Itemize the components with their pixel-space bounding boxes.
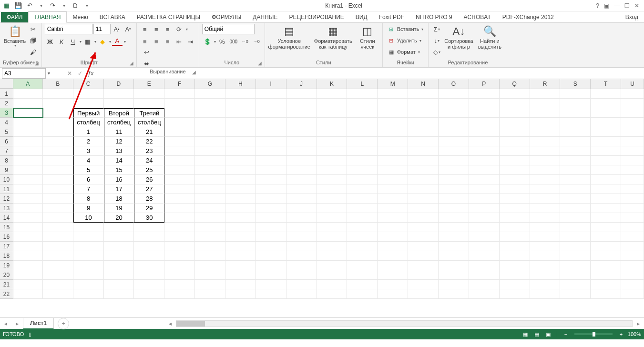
column-header[interactable]: G bbox=[195, 79, 225, 89]
cell[interactable] bbox=[317, 175, 348, 184]
cell[interactable]: 5 bbox=[73, 165, 104, 175]
cell[interactable] bbox=[530, 137, 561, 146]
cell[interactable] bbox=[256, 204, 286, 213]
cell[interactable] bbox=[195, 127, 225, 137]
cell[interactable] bbox=[621, 99, 644, 108]
cell[interactable] bbox=[134, 270, 164, 280]
cell[interactable] bbox=[408, 108, 439, 118]
cell[interactable] bbox=[560, 289, 591, 299]
font-size-select[interactable] bbox=[93, 24, 111, 34]
cell[interactable] bbox=[317, 118, 348, 127]
row-header[interactable]: 6 bbox=[0, 137, 13, 146]
cell[interactable] bbox=[530, 261, 561, 270]
cell[interactable] bbox=[439, 89, 469, 99]
cell[interactable] bbox=[256, 146, 286, 156]
cell[interactable] bbox=[500, 270, 530, 280]
enter-formula-button[interactable]: ✓ bbox=[75, 68, 85, 79]
font-color-dropdown[interactable]: ▾ bbox=[124, 40, 126, 44]
cell[interactable] bbox=[286, 194, 317, 204]
cell[interactable] bbox=[317, 184, 348, 194]
zoom-slider[interactable] bbox=[574, 333, 613, 335]
cell[interactable] bbox=[225, 261, 256, 270]
decrease-font-button[interactable]: A▾ bbox=[123, 24, 133, 34]
fill-color-dropdown[interactable]: ▾ bbox=[109, 40, 111, 44]
tab-review[interactable]: РЕЦЕНЗИРОВАНИЕ bbox=[283, 12, 349, 22]
cell[interactable] bbox=[560, 175, 591, 184]
increase-font-button[interactable]: A▴ bbox=[112, 24, 122, 34]
underline-dropdown[interactable]: ▾ bbox=[80, 40, 82, 44]
cell[interactable] bbox=[104, 280, 134, 289]
cell[interactable] bbox=[591, 137, 621, 146]
cell[interactable] bbox=[621, 251, 644, 261]
cell[interactable]: 27 bbox=[134, 184, 164, 194]
align-top-button[interactable]: ≡ bbox=[140, 24, 150, 34]
cell[interactable] bbox=[347, 213, 378, 223]
row-header[interactable]: 16 bbox=[0, 232, 13, 242]
cell[interactable] bbox=[347, 223, 378, 232]
cell[interactable] bbox=[408, 232, 439, 242]
cell[interactable] bbox=[164, 137, 195, 146]
cell[interactable] bbox=[164, 165, 195, 175]
cell[interactable] bbox=[530, 165, 561, 175]
cell[interactable] bbox=[469, 194, 500, 204]
undo-dropdown[interactable]: ▾ bbox=[36, 1, 46, 10]
cell[interactable]: 29 bbox=[134, 204, 164, 213]
cell[interactable] bbox=[347, 89, 378, 99]
tab-home[interactable]: ГЛАВНАЯ bbox=[28, 11, 67, 23]
cell[interactable] bbox=[408, 251, 439, 261]
column-header[interactable]: U bbox=[621, 79, 644, 89]
cell[interactable]: 25 bbox=[134, 165, 164, 175]
cell[interactable] bbox=[530, 251, 561, 261]
cell[interactable] bbox=[286, 280, 317, 289]
cell[interactable] bbox=[43, 118, 73, 127]
undo-button[interactable]: ↶ bbox=[25, 1, 34, 10]
fill-color-button[interactable]: ◆ bbox=[97, 36, 108, 47]
cell[interactable] bbox=[530, 213, 561, 223]
cell[interactable] bbox=[256, 223, 286, 232]
align-middle-button[interactable]: ≡ bbox=[151, 24, 162, 34]
cell[interactable] bbox=[286, 165, 317, 175]
cell[interactable] bbox=[317, 99, 348, 108]
cell[interactable] bbox=[225, 99, 256, 108]
fill-button[interactable]: ↓▾ bbox=[431, 35, 442, 46]
cell[interactable] bbox=[439, 280, 469, 289]
cell[interactable]: 11 bbox=[104, 127, 134, 137]
cell[interactable] bbox=[225, 289, 256, 299]
cell[interactable] bbox=[43, 127, 73, 137]
cell[interactable] bbox=[378, 156, 408, 165]
cell[interactable] bbox=[13, 261, 43, 270]
cell[interactable] bbox=[347, 118, 378, 127]
cell[interactable] bbox=[439, 184, 469, 194]
cell[interactable] bbox=[560, 146, 591, 156]
cell[interactable] bbox=[317, 232, 348, 242]
row-header[interactable]: 20 bbox=[0, 270, 13, 280]
cell[interactable] bbox=[560, 156, 591, 165]
cell[interactable] bbox=[73, 89, 104, 99]
column-header[interactable]: P bbox=[469, 79, 500, 89]
number-launcher[interactable]: ◢ bbox=[258, 61, 262, 66]
cell[interactable] bbox=[530, 270, 561, 280]
cell[interactable] bbox=[13, 232, 43, 242]
cell[interactable] bbox=[73, 223, 104, 232]
cell[interactable] bbox=[378, 280, 408, 289]
cell[interactable] bbox=[408, 289, 439, 299]
cell[interactable] bbox=[134, 99, 164, 108]
cell[interactable] bbox=[621, 270, 644, 280]
cell[interactable] bbox=[13, 251, 43, 261]
cell[interactable] bbox=[43, 251, 73, 261]
zoom-value[interactable]: 100% bbox=[628, 331, 641, 337]
cell[interactable] bbox=[73, 251, 104, 261]
column-header[interactable]: I bbox=[256, 79, 286, 89]
cell[interactable] bbox=[621, 165, 644, 175]
cell[interactable] bbox=[13, 89, 43, 99]
cell[interactable] bbox=[317, 223, 348, 232]
conditional-formatting-button[interactable]: ▤ Условное форматирование bbox=[268, 24, 311, 51]
cell[interactable] bbox=[317, 242, 348, 251]
cell[interactable] bbox=[256, 261, 286, 270]
cell[interactable] bbox=[621, 118, 644, 127]
cell[interactable] bbox=[439, 127, 469, 137]
cell[interactable] bbox=[317, 108, 348, 118]
macro-record-icon[interactable]: ▯ bbox=[29, 331, 31, 337]
cell[interactable] bbox=[560, 118, 591, 127]
cell[interactable] bbox=[317, 89, 348, 99]
